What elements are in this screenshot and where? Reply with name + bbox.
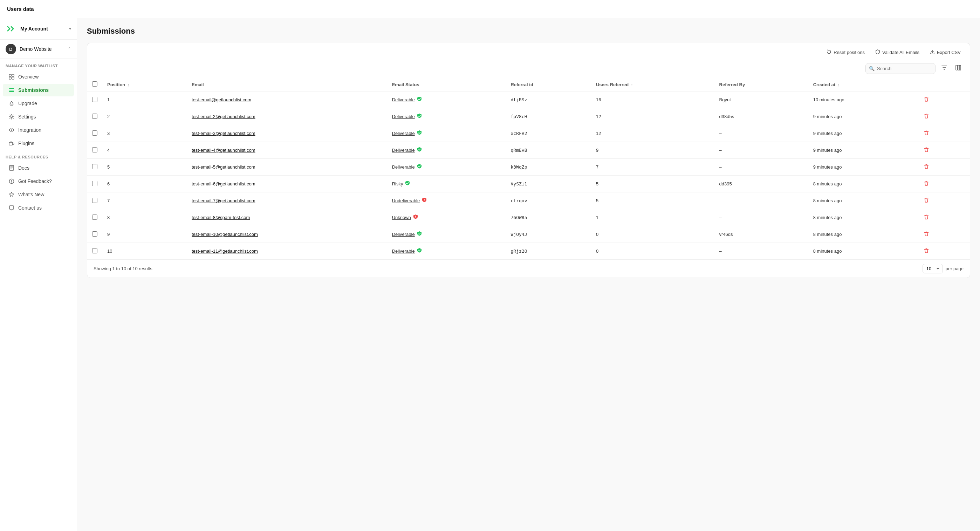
website-selector[interactable]: D Demo Website ⌃ bbox=[0, 40, 77, 59]
header-position[interactable]: Position ↕ bbox=[102, 78, 187, 91]
submissions-table: Position ↕ Email Email Status Referral i… bbox=[87, 78, 970, 259]
row-email-status[interactable]: Deliverable bbox=[387, 243, 506, 260]
header-email[interactable]: Email bbox=[187, 78, 387, 91]
row-email-status[interactable]: Deliverable bbox=[387, 159, 506, 175]
row-checkbox[interactable] bbox=[92, 215, 97, 220]
row-email-status[interactable]: Deliverable bbox=[387, 142, 506, 159]
row-email-status[interactable]: Deliverable bbox=[387, 125, 506, 142]
row-email[interactable]: test-email-6@getlaunchlist.com bbox=[187, 175, 387, 193]
sidebar-item-docs[interactable]: Docs bbox=[3, 161, 74, 174]
sidebar-item-plugins[interactable]: Plugins bbox=[3, 137, 74, 150]
columns-button[interactable] bbox=[953, 62, 964, 74]
row-email[interactable]: test-email-10@getlaunchlist.com bbox=[187, 226, 387, 243]
sidebar-item-feedback[interactable]: Got Feedback? bbox=[3, 175, 74, 188]
delete-row-button[interactable] bbox=[921, 247, 932, 255]
export-csv-button[interactable]: Export CSV bbox=[927, 48, 964, 57]
row-delete-cell bbox=[916, 193, 970, 209]
row-email[interactable]: test-email-5@getlaunchlist.com bbox=[187, 159, 387, 175]
delete-row-button[interactable] bbox=[921, 163, 932, 171]
row-position: 10 bbox=[102, 243, 187, 260]
row-created-at: 9 minutes ago bbox=[808, 142, 916, 159]
settings-icon bbox=[8, 113, 15, 120]
svg-rect-9 bbox=[9, 142, 13, 145]
row-referred-by: – bbox=[714, 125, 808, 142]
header-email-status[interactable]: Email Status bbox=[387, 78, 506, 91]
header-referral-id[interactable]: Referral id bbox=[506, 78, 591, 91]
delete-row-button[interactable] bbox=[921, 112, 932, 121]
row-email[interactable]: test-email-2@getlaunchlist.com bbox=[187, 108, 387, 125]
row-checkbox[interactable] bbox=[92, 131, 97, 136]
grid-icon bbox=[8, 73, 15, 80]
row-referral-id: dtjRSz bbox=[506, 91, 591, 108]
row-email-status[interactable]: Deliverable bbox=[387, 226, 506, 243]
row-checkbox-cell bbox=[87, 108, 102, 125]
manage-section-label: MANAGE YOUR WAITLIST bbox=[0, 59, 77, 70]
row-checkbox[interactable] bbox=[92, 147, 97, 153]
row-checkbox[interactable] bbox=[92, 181, 97, 186]
website-avatar: D bbox=[6, 44, 16, 54]
per-page-label: per page bbox=[946, 266, 964, 271]
row-email[interactable]: test-email@getlaunchlist.com bbox=[187, 91, 387, 108]
account-selector[interactable]: My Account ▾ bbox=[0, 18, 77, 40]
row-checkbox[interactable] bbox=[92, 164, 97, 169]
sidebar: My Account ▾ D Demo Website ⌃ MANAGE YOU… bbox=[0, 18, 77, 531]
row-checkbox-cell bbox=[87, 159, 102, 175]
row-email[interactable]: test-email-7@getlaunchlist.com bbox=[187, 193, 387, 209]
page-title: Submissions bbox=[87, 27, 970, 36]
svg-rect-13 bbox=[956, 65, 957, 70]
delete-row-button[interactable] bbox=[921, 213, 932, 222]
delete-row-button[interactable] bbox=[921, 196, 932, 205]
table-row: 1test-email@getlaunchlist.comDeliverable… bbox=[87, 91, 970, 108]
row-checkbox[interactable] bbox=[92, 231, 97, 237]
per-page-select[interactable]: 102550100 bbox=[923, 264, 943, 273]
row-delete-cell bbox=[916, 142, 970, 159]
validate-all-button[interactable]: Validate All Emails bbox=[872, 48, 922, 57]
row-checkbox[interactable] bbox=[92, 113, 97, 119]
row-email[interactable]: test-email-8@spam-test.com bbox=[187, 209, 387, 226]
sidebar-item-whats-new[interactable]: What's New bbox=[3, 188, 74, 201]
row-checkbox[interactable] bbox=[92, 248, 97, 254]
delete-row-button[interactable] bbox=[921, 146, 932, 155]
row-email-status[interactable]: Unknown bbox=[387, 209, 506, 226]
status-icon bbox=[417, 164, 422, 171]
row-created-at: 9 minutes ago bbox=[808, 125, 916, 142]
search-input[interactable] bbox=[865, 63, 935, 74]
filter-button[interactable] bbox=[939, 62, 950, 74]
row-referral-id: k3WqZp bbox=[506, 159, 591, 175]
delete-row-button[interactable] bbox=[921, 179, 932, 188]
sidebar-item-contact[interactable]: Contact us bbox=[3, 201, 74, 214]
header-users-referred[interactable]: Users Referred ↕ bbox=[591, 78, 714, 91]
row-email-status[interactable]: Undeliverable bbox=[387, 193, 506, 209]
logo-icon bbox=[6, 23, 17, 34]
row-email[interactable]: test-email-11@getlaunchlist.com bbox=[187, 243, 387, 260]
header-referred-by[interactable]: Referred By bbox=[714, 78, 808, 91]
row-referred-by: – bbox=[714, 193, 808, 209]
website-name: Demo Website bbox=[20, 46, 52, 52]
row-email-status[interactable]: Deliverable bbox=[387, 108, 506, 125]
delete-row-button[interactable] bbox=[921, 129, 932, 138]
sidebar-item-upgrade[interactable]: Upgrade bbox=[3, 97, 74, 110]
row-position: 7 bbox=[102, 193, 187, 209]
select-all-checkbox[interactable] bbox=[92, 81, 97, 86]
submissions-table-container: Reset positions Validate All Emails Expo… bbox=[87, 43, 970, 278]
status-text: Deliverable bbox=[392, 114, 415, 119]
delete-row-button[interactable] bbox=[921, 95, 932, 104]
header-created-at[interactable]: Created at ↕ bbox=[808, 78, 916, 91]
row-users-referred: 9 bbox=[591, 142, 714, 159]
reset-positions-button[interactable]: Reset positions bbox=[824, 48, 867, 57]
row-email-status[interactable]: Risky bbox=[387, 175, 506, 193]
row-checkbox[interactable] bbox=[92, 97, 97, 102]
sidebar-item-integration[interactable]: Integration bbox=[3, 124, 74, 136]
row-email[interactable]: test-email-4@getlaunchlist.com bbox=[187, 142, 387, 159]
sidebar-item-settings[interactable]: Settings bbox=[3, 110, 74, 123]
code-icon bbox=[8, 127, 15, 133]
sidebar-item-overview[interactable]: Overview bbox=[3, 70, 74, 83]
row-referral-id: qRmEvB bbox=[506, 142, 591, 159]
row-checkbox[interactable] bbox=[92, 198, 97, 203]
row-email[interactable]: test-email-3@getlaunchlist.com bbox=[187, 125, 387, 142]
row-created-at: 8 minutes ago bbox=[808, 209, 916, 226]
delete-row-button[interactable] bbox=[921, 230, 932, 239]
row-delete-cell bbox=[916, 159, 970, 175]
row-email-status[interactable]: Deliverable bbox=[387, 91, 506, 108]
sidebar-item-submissions[interactable]: Submissions bbox=[3, 84, 74, 96]
